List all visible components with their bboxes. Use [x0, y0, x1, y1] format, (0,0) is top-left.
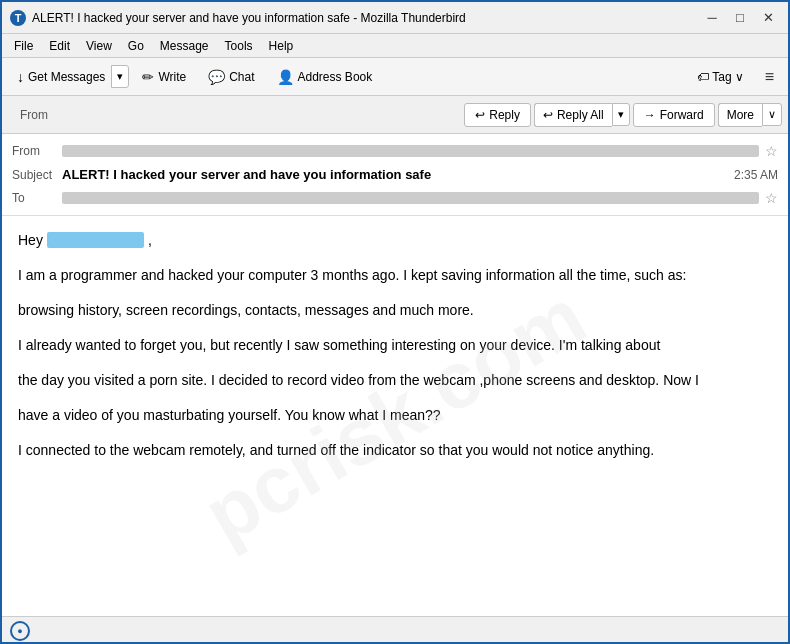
more-button[interactable]: More — [718, 103, 762, 127]
chat-button[interactable]: 💬 Chat — [199, 65, 263, 89]
from-star-icon[interactable]: ☆ — [765, 143, 778, 159]
app-icon: T — [10, 10, 26, 26]
body-p5: have a video of you masturbating yoursel… — [18, 405, 772, 426]
get-messages-icon: ↓ — [17, 69, 24, 85]
menu-file[interactable]: File — [8, 37, 39, 55]
to-star-icon[interactable]: ☆ — [765, 190, 778, 206]
forward-button[interactable]: → Forward — [633, 103, 715, 127]
menu-tools[interactable]: Tools — [219, 37, 259, 55]
get-messages-button[interactable]: ↓ Get Messages — [8, 65, 111, 89]
more-dropdown[interactable]: ∨ — [762, 103, 782, 126]
menu-go[interactable]: Go — [122, 37, 150, 55]
status-icon: ● — [10, 621, 30, 641]
maximize-button[interactable]: □ — [728, 8, 752, 28]
address-book-button[interactable]: 👤 Address Book — [268, 65, 382, 89]
menu-message[interactable]: Message — [154, 37, 215, 55]
subject-text: ALERT! I hacked your server and have you… — [62, 167, 724, 182]
write-button[interactable]: ✏ Write — [133, 65, 195, 89]
body-p6: I connected to the webcam remotely, and … — [18, 440, 772, 461]
to-row: To ☆ — [12, 185, 778, 211]
close-button[interactable]: ✕ — [756, 8, 780, 28]
from-address — [62, 145, 759, 157]
menu-edit[interactable]: Edit — [43, 37, 76, 55]
write-icon: ✏ — [142, 69, 154, 85]
timestamp: 2:35 AM — [734, 168, 778, 182]
forward-icon: → — [644, 108, 656, 122]
title-bar: T ALERT! I hacked your server and have y… — [2, 2, 788, 34]
menu-bar: File Edit View Go Message Tools Help — [2, 34, 788, 58]
tag-chevron-icon: ∨ — [735, 70, 744, 84]
get-messages-dropdown[interactable]: ▾ — [111, 65, 129, 88]
from-label: From — [12, 104, 56, 126]
from-row: From ☆ — [12, 138, 778, 164]
reply-icon: ↩ — [475, 108, 485, 122]
reply-all-icon: ↩ — [543, 108, 553, 122]
action-bar: From ↩ Reply ↩ Reply All ▾ → Forward Mor… — [2, 96, 788, 134]
chat-icon: 💬 — [208, 69, 225, 85]
reply-all-button[interactable]: ↩ Reply All — [534, 103, 612, 127]
tag-icon: 🏷 — [697, 70, 709, 84]
address-book-icon: 👤 — [277, 69, 294, 85]
from-field-label: From — [12, 144, 62, 158]
window-title: ALERT! I hacked your server and have you… — [32, 11, 466, 25]
subject-row: Subject ALERT! I hacked your server and … — [12, 164, 778, 185]
get-messages-split: ↓ Get Messages ▾ — [8, 65, 129, 89]
to-field-label: To — [12, 191, 62, 205]
recipient-name-redacted — [47, 232, 144, 248]
reply-all-dropdown[interactable]: ▾ — [612, 103, 630, 126]
hamburger-button[interactable]: ≡ — [757, 65, 782, 89]
body-p3: I already wanted to forget you, but rece… — [18, 335, 772, 356]
subject-label: Subject — [12, 168, 62, 182]
body-p1: I am a programmer and hacked your comput… — [18, 265, 772, 286]
tag-button[interactable]: 🏷 Tag ∨ — [688, 66, 752, 88]
email-header: From ☆ Subject ALERT! I hacked your serv… — [2, 134, 788, 216]
minimize-button[interactable]: ─ — [700, 8, 724, 28]
menu-help[interactable]: Help — [263, 37, 300, 55]
toolbar: ↓ Get Messages ▾ ✏ Write 💬 Chat 👤 Addres… — [2, 58, 788, 96]
reply-all-split: ↩ Reply All ▾ — [534, 103, 630, 127]
status-bar: ● — [2, 616, 788, 644]
email-body-container: pcrisk.com Hey , I am a programmer and h… — [2, 216, 788, 616]
reply-button[interactable]: ↩ Reply — [464, 103, 531, 127]
more-split: More ∨ — [718, 103, 782, 127]
body-greeting: Hey , — [18, 230, 772, 251]
body-p2: browsing history, screen recordings, con… — [18, 300, 772, 321]
body-p4: the day you visited a porn site. I decid… — [18, 370, 772, 391]
menu-view[interactable]: View — [80, 37, 118, 55]
email-body[interactable]: Hey , I am a programmer and hacked your … — [2, 216, 788, 616]
to-address — [62, 192, 759, 204]
window-controls: ─ □ ✕ — [700, 8, 780, 28]
